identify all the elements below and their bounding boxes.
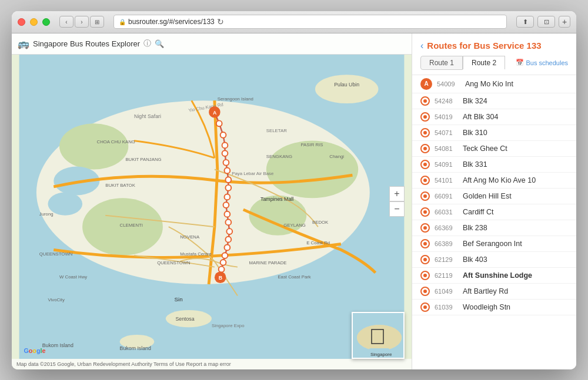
stop-list[interactable]: A 54009 Ang Mo Kio Int 54248 Blk 324 540…	[412, 75, 576, 369]
list-item[interactable]: 62129 Blk 403	[412, 252, 576, 268]
stop-code: 62129	[435, 256, 458, 263]
stop-icon-circle	[420, 287, 430, 296]
address-bar[interactable]: 🔒 busrouter.sg/#/services/133 ↻	[113, 15, 507, 29]
svg-text:Sin: Sin	[174, 296, 182, 302]
svg-text:E Coast Rd: E Coast Rd	[306, 240, 330, 245]
back-button[interactable]: ‹	[420, 41, 423, 51]
svg-point-44	[216, 120, 222, 126]
svg-point-48	[223, 159, 229, 165]
stop-name: Aft Bartley Rd	[463, 287, 508, 295]
stop-name: Blk 238	[463, 224, 487, 232]
lock-icon: 🔒	[119, 19, 126, 25]
tab-overview-button[interactable]: ⊞	[90, 16, 104, 28]
list-item[interactable]: 61049 Aft Bartley Rd	[412, 284, 576, 300]
svg-text:W Coast Hwy: W Coast Hwy	[59, 274, 87, 280]
search-icon[interactable]: 🔍	[155, 39, 164, 48]
svg-point-2	[59, 123, 128, 169]
svg-point-52	[225, 194, 230, 200]
stop-icon-circle	[420, 128, 430, 137]
bus-schedules-link[interactable]: 📅 Bus schedules	[516, 59, 568, 66]
list-item[interactable]: 66091 Golden Hill Est	[412, 189, 576, 204]
list-item[interactable]: 54071 Blk 310	[412, 125, 576, 141]
stop-name: Woodleigh Stn	[463, 303, 510, 311]
stop-code: 54071	[435, 129, 458, 136]
back-nav-button[interactable]: ‹	[59, 16, 74, 28]
list-item[interactable]: A 54009 Ang Mo Kio Int	[412, 75, 576, 93]
share-button[interactable]: ⬆	[516, 16, 534, 28]
new-tab-button[interactable]: +	[559, 16, 570, 28]
svg-point-57	[225, 236, 231, 242]
reload-button[interactable]: ↻	[217, 17, 224, 26]
minimize-button[interactable]	[30, 18, 38, 26]
svg-text:Sentosa: Sentosa	[175, 315, 194, 321]
map-title-bar: 🚌 Singapore Bus Routes Explorer ⓘ 🔍	[12, 33, 412, 55]
svg-point-50	[225, 177, 231, 183]
map-attribution: Map data ©2015 Google, Urban Redevelopme…	[16, 361, 231, 367]
svg-text:Mustafa Centre: Mustafa Centre	[180, 251, 211, 257]
svg-point-67	[357, 325, 402, 351]
stop-code: 61039	[435, 304, 458, 311]
map-area[interactable]: 🚌 Singapore Bus Routes Explorer ⓘ 🔍	[12, 33, 412, 369]
svg-point-55	[225, 219, 231, 225]
zoom-in-button[interactable]: +	[389, 186, 405, 201]
svg-text:East Coast Park: East Coast Park	[278, 274, 310, 280]
svg-point-47	[222, 150, 228, 156]
list-item[interactable]: 54081 Teck Ghee Ct	[412, 141, 576, 157]
schedule-label: Bus schedules	[526, 59, 568, 66]
stop-icon-circle	[420, 223, 430, 233]
svg-point-8	[315, 75, 379, 103]
stop-code: 66091	[435, 193, 458, 200]
stop-icon-circle	[420, 144, 430, 153]
stop-name: Teck Ghee Ct	[463, 144, 507, 153]
svg-text:B: B	[219, 275, 222, 281]
stop-code: 54019	[435, 113, 458, 120]
svg-text:Singapore: Singapore	[370, 352, 392, 357]
close-button[interactable]	[18, 18, 25, 26]
stop-icon-circle	[420, 255, 430, 264]
list-item[interactable]: 66389 Bef Serangoon Int	[412, 236, 576, 252]
svg-text:CHOA CHU KANG: CHOA CHU KANG	[97, 139, 135, 144]
stop-icon-circle	[420, 96, 430, 106]
svg-text:QUEENSTOWN: QUEENSTOWN	[157, 260, 191, 265]
list-item[interactable]: 66031 Cardiff Ct	[412, 204, 576, 220]
svg-text:Paya Lebar Air Base: Paya Lebar Air Base	[232, 171, 273, 176]
stop-code: 66031	[435, 209, 458, 216]
svg-text:Serangoon Island: Serangoon Island	[218, 96, 253, 102]
sidebar: ‹ Routes for Bus Service 133 Route 1 Rou…	[412, 33, 576, 369]
svg-text:VivoCity: VivoCity	[48, 297, 65, 302]
svg-text:A: A	[213, 109, 217, 115]
list-item[interactable]: 66369 Blk 238	[412, 220, 576, 236]
list-item[interactable]: 61039 Woodleigh Stn	[412, 300, 576, 315]
stop-code: 54101	[435, 177, 458, 184]
list-item[interactable]: 62119 Aft Sunshine Lodge	[412, 268, 576, 284]
list-item[interactable]: 54248 Blk 324	[412, 93, 576, 109]
stop-icon-circle	[420, 271, 430, 280]
list-item[interactable]: 54019 Aft Blk 304	[412, 109, 576, 125]
stop-code: 66369	[435, 224, 458, 231]
stop-name: Ang Mo Kio Int	[465, 80, 513, 88]
zoom-out-button[interactable]: −	[389, 201, 405, 217]
stop-name: Golden Hill Est	[463, 192, 512, 200]
svg-point-59	[222, 253, 228, 258]
stop-code: 54081	[435, 145, 458, 152]
list-item[interactable]: 54091 Blk 331	[412, 157, 576, 173]
stop-icon-circle	[420, 302, 430, 312]
list-item[interactable]: 54101 Aft Ang Mo Kio Ave 10	[412, 173, 576, 189]
sidebar-toggle-button[interactable]: ⊡	[537, 16, 555, 28]
tab-route2[interactable]: Route 2	[463, 56, 505, 69]
svg-text:Night Safari: Night Safari	[134, 113, 161, 119]
sidebar-header: ‹ Routes for Bus Service 133 Route 1 Rou…	[412, 33, 576, 75]
map-app-title: Singapore Bus Routes Explorer	[33, 39, 140, 48]
svg-text:SENGKANG: SENGKANG	[266, 153, 292, 159]
svg-text:NOVENA: NOVENA	[180, 234, 200, 239]
tab-route1[interactable]: Route 1	[420, 56, 463, 70]
svg-text:Singapore Expo: Singapore Expo	[212, 323, 245, 328]
svg-point-51	[225, 184, 231, 190]
svg-text:BUKIT BATOK: BUKIT BATOK	[105, 182, 135, 187]
info-icon[interactable]: ⓘ	[143, 38, 151, 49]
stop-icon-a: A	[420, 78, 432, 90]
svg-point-45	[220, 132, 226, 137]
maximize-button[interactable]	[42, 18, 50, 26]
forward-nav-button[interactable]: ›	[75, 16, 89, 28]
svg-point-53	[223, 202, 229, 208]
